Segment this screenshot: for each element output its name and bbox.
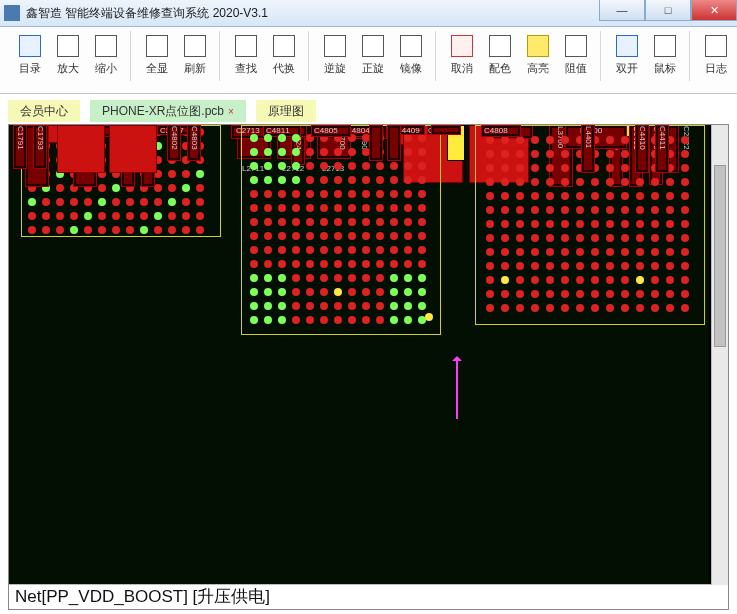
bga-ball [636,192,644,200]
rotate-ccw-icon [324,35,346,57]
close-button[interactable]: ✕ [691,0,737,21]
bga-ball [531,290,539,298]
bga-ball [591,220,599,228]
bga-ball [561,136,569,144]
bga-ball [70,198,78,206]
bga-ball [516,164,524,172]
bga-ball [486,276,494,284]
bga-ball [334,274,342,282]
cursor-button[interactable]: 鼠标 [649,31,681,76]
bga-ball [306,204,314,212]
bga-ball [306,274,314,282]
bga-ball [621,262,629,270]
cancel-button[interactable]: 取消 [446,31,478,76]
catalog-button[interactable]: 目录 [14,31,46,76]
bga-ball [404,190,412,198]
bga-ball [348,246,356,254]
bga-ball [561,164,569,172]
bga-ball [516,136,524,144]
bga-ball [250,176,258,184]
titlebar: 鑫智造 智能终端设备维修查询系统 2020-V3.1 — □ ✕ [0,0,737,27]
tab-pcb[interactable]: PHONE-XR点位图.pcb× [90,100,246,122]
fit-button[interactable]: 全显 [141,31,173,76]
bga-ball [516,150,524,158]
bga-ball [334,260,342,268]
comp-c4807[interactable] [387,125,401,161]
tab-close-icon[interactable]: × [228,106,234,117]
comp-c4805[interactable]: C4805 [311,125,351,137]
tab-schematic[interactable]: 原理图 [256,100,316,122]
find-button[interactable]: 查找 [230,31,262,76]
bga-ball [278,302,286,310]
bga-ball [651,290,659,298]
bga-ball [28,198,36,206]
bga-ball [250,162,258,170]
bga-ball [576,276,584,284]
bga-ball [112,184,120,192]
minimize-button[interactable]: — [599,0,645,21]
scrollbar-vertical[interactable] [711,125,728,601]
bga-ball [516,248,524,256]
bga-ball [681,178,689,186]
mirror-icon [400,35,422,57]
highlight-button[interactable]: 高亮 [522,31,554,76]
bga-ball [362,246,370,254]
bga-ball [561,206,569,214]
pcb-viewport[interactable]: {"x0":18,"y0":2,"cols":14,"rows":8,"dx":… [8,124,729,602]
bga-ball [320,316,328,324]
bga-ball [348,288,356,296]
bga-ball [531,150,539,158]
bga-ball [250,148,258,156]
bga-ball [666,234,674,242]
zoom-out-button[interactable]: 缩小 [90,31,122,76]
bga-ball [681,164,689,172]
bga-ball [334,288,342,296]
comp-c4808[interactable]: C4808 [481,125,521,137]
dual-open-button[interactable]: 双开 [611,31,643,76]
refresh-button[interactable]: 刷新 [179,31,211,76]
bga-ball [531,206,539,214]
bga-ball [666,290,674,298]
bga-ball [292,204,300,212]
rotate-ccw-button[interactable]: 逆旋 [319,31,351,76]
bga-ball [376,190,384,198]
mirror-button[interactable]: 镜像 [395,31,427,76]
tab-member[interactable]: 会员中心 [8,100,80,122]
bga-ball [546,276,554,284]
rotate-cw-button[interactable]: 正旋 [357,31,389,76]
log-button[interactable]: 日志 [700,31,732,76]
bga-ball [486,290,494,298]
comp-c4471[interactable] [431,125,461,135]
bga-ball [250,302,258,310]
comp-u4700[interactable]: U4700 [241,125,441,335]
zoom-in-button[interactable]: 放大 [52,31,84,76]
bga-ball [320,176,328,184]
comp-l4401[interactable]: L4401 [581,125,595,173]
color-button[interactable]: 配色 [484,31,516,76]
comp-c4411[interactable]: C4411 [655,125,669,173]
bga-ball [362,288,370,296]
bga-ball [334,316,342,324]
bga-ball [621,220,629,228]
bga-ball [516,220,524,228]
bga-ball [264,190,272,198]
bga-ball [376,232,384,240]
bga-ball [651,192,659,200]
maximize-button[interactable]: □ [645,0,691,21]
bga-ball [390,176,398,184]
pad-bl1[interactable] [57,125,105,173]
comp-c4803[interactable]: C4803 [187,125,201,161]
replace-button[interactable]: 代换 [268,31,300,76]
comp-c1793[interactable]: C1793 [33,125,47,169]
bga-ball [486,304,494,312]
comp-c4802[interactable]: C4802 [167,125,181,161]
comp-c1791[interactable]: C1791 [13,125,27,169]
cancel-icon [451,35,473,57]
bga-ball [306,246,314,254]
comp-c4806[interactable] [369,125,383,161]
pad-bl2[interactable] [109,125,157,173]
comp-c4410[interactable]: C4410 [635,125,649,173]
bga-ball [486,192,494,200]
bga-ball [334,246,342,254]
resistance-button[interactable]: 阻值 [560,31,592,76]
